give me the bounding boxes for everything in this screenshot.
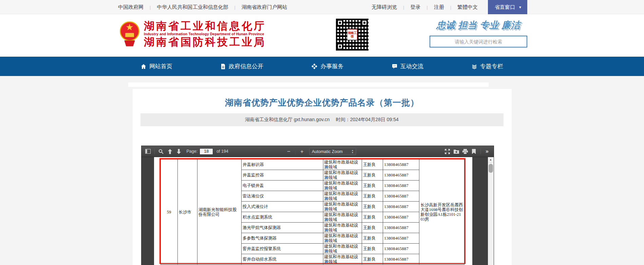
nav-item-home[interactable]: 网站首页 <box>141 62 172 70</box>
link-accessibility[interactable]: 无障碍浏览 <box>370 4 398 11</box>
article-card: 湖南省优势产业优势企业优势产品名录（第一批） 湖南省工业和信息化厅 gxt.hu… <box>133 89 512 265</box>
cell-domain: 建筑和市政基础设施领域 <box>323 244 362 254</box>
link-login[interactable]: 登录 <box>409 4 422 11</box>
link-traditional-chinese[interactable]: 繁體中文 <box>456 4 479 11</box>
cell-phone: 13808465887 <box>383 254 419 265</box>
cell-product-name: 窨井自动排水系统 <box>242 254 323 265</box>
cell-domain: 建筑和市政基础设施领域 <box>323 191 362 202</box>
zoom-in-button[interactable]: + <box>298 147 306 156</box>
cell-product-name: 电子锁井盖 <box>242 181 323 191</box>
presentation-mode-button[interactable] <box>443 147 452 156</box>
cell-domain: 建筑和市政基础设施领域 <box>323 223 362 233</box>
product-table: 59长沙市湖南新光智能科技股份有限公司 井盖标识器 建筑和市政基础设施领域 王新… <box>160 159 465 265</box>
link-china-gov[interactable]: 中国政府网 <box>117 4 145 11</box>
main-nav: 网站首页 政府信息公开 办事服务 互动交流 专题专栏 <box>0 57 644 76</box>
arrow-up-icon <box>168 149 172 154</box>
nav-item-services[interactable]: 办事服务 <box>311 62 343 70</box>
fullscreen-icon <box>445 149 450 154</box>
nav-item-special-columns[interactable]: 专题专栏 <box>472 62 503 70</box>
scroll-up-button[interactable]: ▲ <box>488 157 494 163</box>
next-page-button[interactable] <box>174 147 183 156</box>
cell-domain: 建筑和市政基础设施领域 <box>323 212 362 223</box>
nav-item-interaction[interactable]: 互动交流 <box>392 62 423 70</box>
page-label: Page: <box>187 149 198 154</box>
national-emblem-icon: ★ <box>119 21 140 48</box>
cell-phone: 13808465887 <box>383 181 419 191</box>
cell-domain: 建筑和市政基础设施领域 <box>323 181 362 191</box>
cell-phone: 13808465887 <box>383 202 419 212</box>
search-input[interactable] <box>430 36 527 48</box>
open-file-button[interactable] <box>452 147 461 156</box>
site-header: ★ 湖南省工业和信息化厅 Industry and Information Te… <box>0 14 644 57</box>
chat-icon <box>392 64 397 69</box>
site-logo: ★ 湖南省工业和信息化厅 Industry and Information Te… <box>119 20 266 48</box>
pdf-toolbar: Page: of 194 − + Automatic Zoom ▲▼ <box>141 146 494 157</box>
cell-phone: 13808465887 <box>383 233 419 244</box>
org-name2-cn: 湖南省国防科技工业局 <box>144 36 266 48</box>
chevron-down-icon: ▼ <box>518 5 522 9</box>
pdf-page: 59长沙市湖南新光智能科技股份有限公司 井盖标识器 建筑和市政基础设施领域 王新… <box>154 157 472 265</box>
zoom-level-select[interactable]: Automatic Zoom ▲▼ <box>309 148 356 155</box>
divider: | <box>427 5 428 10</box>
cell-contact: 王新良 <box>362 202 383 212</box>
pdf-scrollbar[interactable]: ▲ <box>488 157 494 265</box>
previous-page-button[interactable] <box>166 147 174 156</box>
cell-domain: 建筑和市政基础设施领域 <box>323 202 362 212</box>
link-register[interactable]: 注册 <box>433 4 446 11</box>
sidebar-toggle-button[interactable] <box>144 147 152 156</box>
zoom-out-button[interactable]: − <box>284 147 293 156</box>
printer-icon <box>462 149 468 154</box>
divider <box>154 148 155 154</box>
document-icon <box>221 64 226 69</box>
cell-product-name: 积水点监测系统 <box>242 212 323 223</box>
arrow-down-icon <box>176 149 181 154</box>
page-title: 湖南省优势产业优势企业优势产品名录（第一批） <box>133 89 512 108</box>
cell-phone: 13808465887 <box>383 170 419 181</box>
article-source: 湖南省工业和信息化厅 gxt.hunan.gov.cn <box>245 117 329 123</box>
more-tools-button[interactable]: » <box>483 147 492 156</box>
cell-phone: 13808465887 <box>383 223 419 233</box>
cell-contact: 王新良 <box>362 191 383 202</box>
top-bar: 中国政府网 | 中华人民共和国工业和信息化部 | 湖南省政府门户网站 无障碍浏览… <box>0 0 644 14</box>
cell-domain: 建筑和市政基础设施领域 <box>323 170 362 181</box>
table-row: 59长沙市湖南新光智能科技股份有限公司 井盖标识器 建筑和市政基础设施领域 王新… <box>160 159 464 170</box>
nav-item-gov-info[interactable]: 政府信息公开 <box>221 62 263 70</box>
cell-product-name: 多参数气体探测器 <box>242 233 323 244</box>
page-total: of 194 <box>216 149 228 154</box>
divider: | <box>403 5 404 10</box>
cell-phone: 13808465887 <box>383 159 419 170</box>
link-miit[interactable]: 中华人民共和国工业和信息化部 <box>155 4 229 11</box>
provincial-window-label: 省直窗口 <box>495 4 515 11</box>
pdf-table-body: 59长沙市湖南新光智能科技股份有限公司 井盖标识器 建筑和市政基础设施领域 王新… <box>160 159 464 265</box>
sidebar-icon <box>145 149 151 154</box>
red-annotation-rectangle: 59长沙市湖南新光智能科技股份有限公司 井盖标识器 建筑和市政基础设施领域 王新… <box>159 158 466 264</box>
pdf-content-area: 59长沙市湖南新光智能科技股份有限公司 井盖标识器 建筑和市政基础设施领域 王新… <box>141 157 494 265</box>
article-time: 时间：2024年04月28日 09:54 <box>336 117 399 123</box>
cell-contact: 王新良 <box>362 159 383 170</box>
cell-phone: 13808465887 <box>383 212 419 223</box>
scrollbar-thumb[interactable] <box>489 164 493 173</box>
cell-address: 长沙高新开发区岳麓西大道1698号麓谷科技创新创业园A1栋2101-2103房 <box>419 159 464 265</box>
cell-contact: 王新良 <box>362 170 383 181</box>
layers-icon <box>472 64 477 69</box>
print-button[interactable] <box>461 147 470 156</box>
cell-contact: 王新良 <box>362 244 383 254</box>
cell-phone: 13808465887 <box>383 244 419 254</box>
home-icon <box>141 64 146 69</box>
provincial-window-dropdown[interactable]: 省直窗口 ▼ <box>488 0 527 14</box>
cell-row-number: 59 <box>160 159 177 265</box>
search-box <box>430 36 527 48</box>
link-hunan-gov[interactable]: 湖南省政府门户网站 <box>240 4 289 11</box>
find-button[interactable] <box>157 147 166 156</box>
org-name-cn: 湖南省工业和信息化厅 <box>144 20 266 32</box>
divider: | <box>150 5 151 10</box>
cell-contact: 王新良 <box>362 223 383 233</box>
qr-center-seal: 湖南工信 <box>347 29 357 40</box>
cell-product-name: 井盖标识器 <box>242 159 323 170</box>
divider <box>295 149 296 155</box>
divider <box>480 148 481 154</box>
bookmark-button[interactable] <box>470 147 478 156</box>
cell-domain: 建筑和市政基础设施领域 <box>323 233 362 244</box>
cell-contact: 王新良 <box>362 212 383 223</box>
page-number-input[interactable] <box>200 148 213 155</box>
